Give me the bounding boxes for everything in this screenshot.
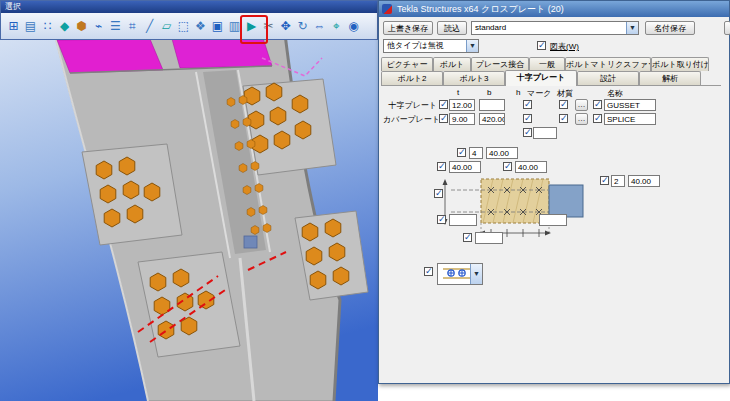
tab-bolts3[interactable]: ボルト3 (443, 71, 505, 85)
dim-c-checkbox[interactable] (463, 233, 472, 242)
row1-t-field[interactable]: 9.00 (449, 113, 475, 125)
edge-left-checkbox[interactable] (437, 162, 446, 171)
chevron-down-icon[interactable]: ▼ (470, 264, 482, 284)
row0-mark-checkbox[interactable] (523, 100, 532, 109)
row-label: カバープレート (383, 114, 437, 125)
row1-name-field[interactable]: SPLICE (604, 113, 656, 125)
row0-material-checkbox[interactable] (559, 100, 568, 109)
profile-combobox[interactable]: standard ▼ (471, 21, 639, 35)
row2-mark-field[interactable] (533, 127, 557, 139)
dim-a-field[interactable] (449, 214, 477, 226)
component-dialog: Tekla Structures x64 クロスプレート (20) 上書き保存 … (378, 0, 730, 384)
row1-name-checkbox[interactable] (593, 114, 602, 123)
row-label: 十字プレート (383, 100, 437, 111)
chevron-down-icon[interactable]: ▼ (626, 22, 638, 34)
toolbar-icon-row: ⊞▤∷◆⬢⌁☰⌗╱▱⬚❖▣▥▶✂✥↻⇔⌖◉ (1, 13, 377, 39)
select-view-icon[interactable]: ⬚ (175, 15, 192, 37)
rows-count-checkbox[interactable] (457, 148, 466, 157)
selection-toolbar: 選択 ⊞▤∷◆⬢⌁☰⌗╱▱⬚❖▣▥▶✂✥↻⇔⌖◉ (0, 0, 378, 40)
select-zoom-icon[interactable]: ⌖ (328, 15, 345, 37)
help-button-partial[interactable] (724, 21, 730, 35)
tab-bolts2[interactable]: ボルト2 (381, 71, 443, 85)
select-plane-icon[interactable]: ▱ (158, 15, 175, 37)
row1-enable-checkbox[interactable] (439, 114, 448, 123)
left-dim-checkbox[interactable] (434, 189, 443, 198)
profile-value: standard (475, 23, 506, 32)
select-rotate-icon[interactable]: ↻ (294, 15, 311, 37)
row1-b-field[interactable]: 420.00 (479, 113, 505, 125)
cols-count-field[interactable]: 2 (611, 175, 625, 187)
dim-b-field[interactable] (539, 214, 567, 226)
select-weld-icon[interactable]: ⌁ (90, 15, 107, 37)
highlight-toolbar-icon (240, 15, 268, 44)
model-scene[interactable] (0, 0, 378, 401)
tab-cross-plate[interactable]: 十字プレート (505, 70, 577, 86)
select-parts-icon[interactable]: ▤ (22, 15, 39, 37)
rows-count-field[interactable]: 4 (469, 147, 483, 159)
ignore-other-types-combobox[interactable]: 他タイプは無視 ▼ (383, 39, 479, 53)
dialog-titlebar[interactable]: Tekla Structures x64 クロスプレート (20) (379, 1, 729, 17)
select-all-icon[interactable]: ⊞ (5, 15, 22, 37)
dim-a-checkbox[interactable] (437, 215, 446, 224)
cols-count-checkbox[interactable] (600, 176, 609, 185)
bolt-symbol-thumbnail (441, 264, 473, 284)
select-line-icon[interactable]: ╱ (141, 15, 158, 37)
select-bolt-icon[interactable]: ⬢ (73, 15, 90, 37)
save-button[interactable]: 上書き保存 (383, 21, 433, 35)
tab-bolt-attach[interactable]: ボルト取り付け (651, 57, 709, 71)
select-grid-icon[interactable]: ⌗ (124, 15, 141, 37)
select-measure-icon[interactable]: ⇔ (311, 15, 328, 37)
model-viewport[interactable]: 選択 ⊞▤∷◆⬢⌁☰⌗╱▱⬚❖▣▥▶✂✥↻⇔⌖◉ (0, 0, 378, 401)
row1-browse-button[interactable]: … (575, 113, 588, 125)
row0-name-checkbox[interactable] (593, 100, 602, 109)
row0-browse-button[interactable]: … (575, 99, 588, 111)
row0-b-field[interactable] (479, 99, 505, 111)
dim-c-field[interactable] (475, 232, 503, 244)
dialog-title: Tekla Structures x64 クロスプレート (20) (397, 4, 564, 14)
col-header-t: t (457, 88, 459, 97)
col-header-material: 材質 (557, 88, 573, 99)
blue-member (549, 185, 583, 217)
row0-enable-checkbox[interactable] (439, 100, 448, 109)
col-header-h: h (516, 88, 520, 97)
diagram-checkbox[interactable] (537, 41, 546, 50)
tab-design[interactable]: 設計 (577, 71, 639, 85)
tab-picture[interactable]: ピクチャー (381, 57, 433, 71)
select-assembly-icon[interactable]: ❖ (192, 15, 209, 37)
save-as-button[interactable]: 名付保存 (645, 21, 695, 35)
bolt-symbol-checkbox[interactable] (424, 267, 433, 276)
edge-mid-checkbox[interactable] (503, 162, 512, 171)
select-points-icon[interactable]: ∷ (39, 15, 56, 37)
load-button[interactable]: 読込 (437, 21, 467, 35)
col-header-name: 名称 (607, 88, 623, 99)
row0-name-field[interactable]: GUSSET (604, 99, 656, 111)
tab-analysis[interactable]: 解析 (639, 71, 701, 85)
select-snap-icon[interactable]: ◉ (345, 15, 362, 37)
tab-bolts[interactable]: ボルト (433, 57, 471, 71)
diagram-label: 図表(W) (550, 41, 579, 52)
chevron-down-icon[interactable]: ▼ (466, 40, 478, 52)
col-header-b: b (487, 88, 491, 97)
row2-mark-checkbox[interactable] (523, 128, 532, 137)
ignore-other-types-value: 他タイプは無視 (387, 41, 444, 50)
select-component-icon[interactable]: ◆ (56, 15, 73, 37)
select-move-icon[interactable]: ✥ (277, 15, 294, 37)
tab-general[interactable]: 一般 (529, 57, 565, 71)
tab-bolt-matrix[interactable]: ボルトマトリクスファー (565, 57, 651, 71)
tab-brace-conn[interactable]: プレース接合 (471, 57, 529, 71)
col-header-mark: マーク (527, 88, 551, 99)
screen: 選択 ⊞▤∷◆⬢⌁☰⌗╱▱⬚❖▣▥▶✂✥↻⇔⌖◉ Tekla Structure… (0, 0, 730, 401)
row0-t-field[interactable]: 12.00 (449, 99, 475, 111)
row-pitch-field[interactable]: 40.00 (486, 147, 518, 159)
row1-material-checkbox[interactable] (559, 114, 568, 123)
toolbar-title[interactable]: 選択 (1, 1, 377, 13)
row1-mark-checkbox[interactable] (523, 114, 532, 123)
steel-block[interactable] (244, 236, 257, 248)
tekla-logo-icon (382, 4, 392, 14)
select-object-icon[interactable]: ▣ (209, 15, 226, 37)
bolt-symbol-dropdown[interactable]: ▼ (437, 263, 483, 285)
magenta-plate-left[interactable] (57, 39, 163, 73)
select-rebar-icon[interactable]: ☰ (107, 15, 124, 37)
col-pitch-field[interactable]: 40.00 (628, 175, 660, 187)
